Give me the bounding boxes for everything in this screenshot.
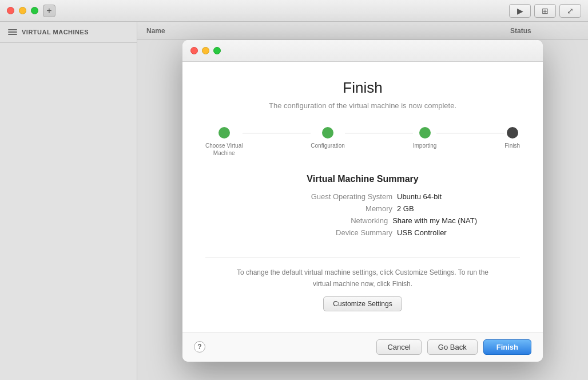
steps-progress: Choose VirtualMachine Configuration Impo… bbox=[205, 127, 520, 157]
finish-modal: Finish The configuration of the virtual … bbox=[182, 40, 543, 361]
modal-footer: ? Cancel Go Back Finish bbox=[182, 332, 543, 362]
info-text-line2: virtual machine now, click Finish. bbox=[313, 280, 412, 288]
modal-title: Finish bbox=[343, 79, 382, 97]
modal-traffic-lights bbox=[190, 47, 221, 54]
step-label-4: Finish bbox=[504, 142, 520, 149]
summary-row-memory: Memory 2 GB bbox=[248, 204, 477, 213]
summary-value-device: USB Controller bbox=[397, 228, 477, 237]
step-label-1: Choose VirtualMachine bbox=[205, 142, 243, 157]
step-importing: Importing bbox=[413, 127, 437, 149]
main-area: VIRTUAL MACHINES Name Status bbox=[0, 22, 588, 380]
summary-key-device: Device Summary bbox=[307, 228, 392, 237]
step-circle-3 bbox=[419, 127, 431, 138]
step-circle-4 bbox=[507, 127, 518, 138]
modal-titlebar bbox=[182, 40, 543, 62]
traffic-lights bbox=[7, 7, 38, 14]
step-connector-3 bbox=[436, 133, 504, 133]
summary-row-networking: Networking Share with my Mac (NAT) bbox=[248, 216, 477, 225]
step-connector-2 bbox=[345, 133, 413, 133]
play-icon[interactable]: ▶ bbox=[509, 4, 531, 18]
resize-icon[interactable]: ⤢ bbox=[559, 4, 581, 18]
sidebar: VIRTUAL MACHINES bbox=[0, 22, 137, 380]
grid-icon[interactable]: ⊞ bbox=[534, 4, 556, 18]
close-button[interactable] bbox=[7, 7, 14, 14]
minimize-button[interactable] bbox=[19, 7, 26, 14]
step-label-2: Configuration bbox=[311, 142, 344, 149]
summary-row-os: Guest Operating System Ubuntu 64-bit bbox=[248, 192, 477, 201]
summary-value-memory: 2 GB bbox=[397, 204, 477, 213]
title-bar-right-icons: ▶ ⊞ ⤢ bbox=[509, 4, 581, 18]
maximize-button[interactable] bbox=[31, 7, 38, 14]
customize-settings-button[interactable]: Customize Settings bbox=[323, 296, 402, 311]
modal-minimize-button[interactable] bbox=[202, 47, 209, 54]
summary-title: Virtual Machine Summary bbox=[248, 174, 477, 184]
help-button[interactable]: ? bbox=[194, 341, 205, 353]
modal-close-button[interactable] bbox=[190, 47, 198, 54]
step-circle-2 bbox=[322, 127, 333, 138]
info-text-line1: To change the default virtual machine se… bbox=[237, 268, 488, 276]
info-section: To change the default virtual machine se… bbox=[205, 258, 520, 311]
modal-subtitle: The configuration of the virtual machine… bbox=[269, 101, 456, 110]
step-finish: Finish bbox=[504, 127, 520, 149]
table-area: Name Status Finish The configuration of … bbox=[137, 22, 588, 380]
vm-list-icon bbox=[8, 29, 17, 35]
go-back-button[interactable]: Go Back bbox=[427, 339, 478, 355]
step-choose-vm: Choose VirtualMachine bbox=[205, 127, 243, 157]
step-connector-1 bbox=[243, 133, 311, 133]
summary-value-os: Ubuntu 64-bit bbox=[397, 192, 477, 201]
sidebar-title: VIRTUAL MACHINES bbox=[22, 29, 89, 35]
summary-row-device: Device Summary USB Controller bbox=[248, 228, 477, 237]
sidebar-header: VIRTUAL MACHINES bbox=[0, 22, 137, 43]
vm-summary-section: Virtual Machine Summary Guest Operating … bbox=[248, 174, 477, 240]
step-circle-1 bbox=[218, 127, 230, 138]
summary-value-networking: Share with my Mac (NAT) bbox=[392, 216, 477, 225]
title-bar-tabs: + bbox=[43, 5, 55, 17]
info-text: To change the default virtual machine se… bbox=[205, 267, 520, 289]
cancel-button[interactable]: Cancel bbox=[376, 339, 421, 355]
title-bar: + ▶ ⊞ ⤢ bbox=[0, 0, 588, 22]
step-configuration: Configuration bbox=[311, 127, 344, 149]
summary-key-networking: Networking bbox=[302, 216, 388, 225]
finish-button[interactable]: Finish bbox=[483, 339, 531, 355]
modal-overlay: Finish The configuration of the virtual … bbox=[137, 22, 588, 380]
summary-key-os: Guest Operating System bbox=[307, 192, 392, 201]
step-label-3: Importing bbox=[413, 142, 437, 149]
modal-body: Finish The configuration of the virtual … bbox=[182, 62, 543, 331]
footer-buttons: Cancel Go Back Finish bbox=[376, 339, 531, 355]
modal-maximize-button[interactable] bbox=[213, 47, 221, 54]
new-tab-button[interactable]: + bbox=[43, 5, 55, 17]
summary-key-memory: Memory bbox=[307, 204, 392, 213]
